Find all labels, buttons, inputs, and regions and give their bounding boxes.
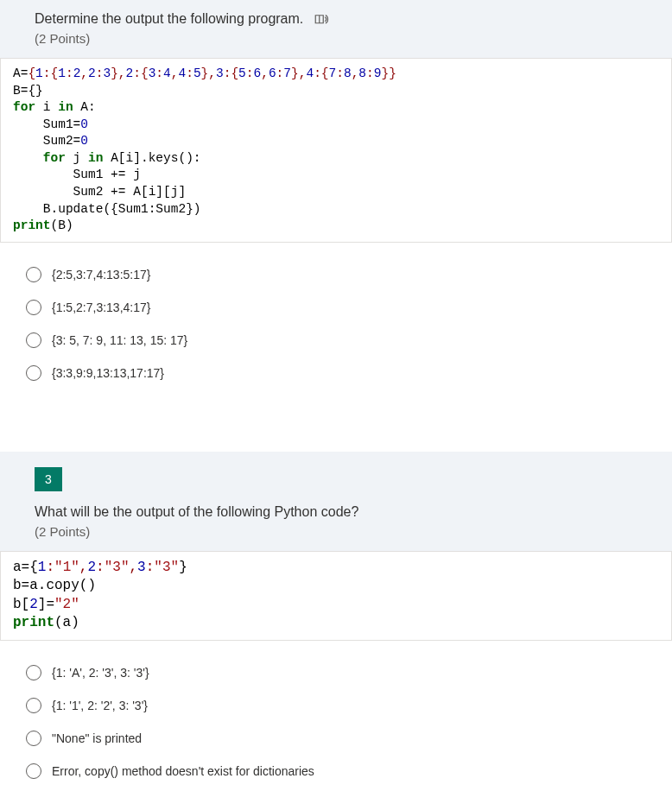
- question-2-header: Determine the output the following progr…: [0, 0, 672, 58]
- question-3-prompt: What will be the output of the following…: [35, 502, 637, 522]
- q2-option-3[interactable]: {3: 5, 7: 9, 11: 13, 15: 17}: [21, 324, 651, 357]
- option-label: {1: '1', 2: '2', 3: '3'}: [52, 699, 148, 712]
- question-3-points: (2 Points): [35, 524, 637, 539]
- radio-icon: [26, 665, 41, 680]
- q3-option-4[interactable]: Error, copy() method doesn't exist for d…: [21, 755, 651, 788]
- immersive-reader-icon[interactable]: [314, 12, 329, 28]
- question-2-code: A={1:{1:2,2:3},2:{3:4,4:5},3:{5:6,6:7},4…: [0, 58, 672, 243]
- question-3-options: {1: 'A', 2: '3', 3: '3'} {1: '1', 2: '2'…: [0, 641, 672, 791]
- question-3-header: 3 What will be the output of the followi…: [0, 452, 672, 551]
- radio-icon: [26, 300, 41, 315]
- option-label: {2:5,3:7,4:13:5:17}: [52, 268, 150, 282]
- option-label: "None" is printed: [52, 731, 142, 745]
- option-label: {3:3,9:9,13:13,17:17}: [52, 366, 164, 380]
- q2-option-1[interactable]: {2:5,3:7,4:13:5:17}: [21, 258, 651, 291]
- question-2-options: {2:5,3:7,4:13:5:17} {1:5,2:7,3:13,4:17} …: [0, 243, 672, 415]
- q2-option-2[interactable]: {1:5,2:7,3:13,4:17}: [21, 291, 651, 324]
- question-3-code: a={1:"1",2:"3",3:"3"} b=a.copy() b[2]="2…: [0, 551, 672, 641]
- q3-option-3[interactable]: "None" is printed: [21, 722, 651, 755]
- q2-option-4[interactable]: {3:3,9:9,13:13,17:17}: [21, 357, 651, 389]
- question-2-prompt: Determine the output the following progr…: [35, 11, 303, 26]
- option-label: {3: 5, 7: 9, 11: 13, 15: 17}: [52, 333, 187, 347]
- radio-icon: [26, 332, 41, 348]
- radio-icon: [26, 698, 41, 713]
- radio-icon: [26, 763, 41, 779]
- option-label: {1:5,2:7,3:13,4:17}: [52, 301, 150, 314]
- q3-option-1[interactable]: {1: 'A', 2: '3', 3: '3'}: [21, 656, 651, 689]
- q3-option-2[interactable]: {1: '1', 2: '2', 3: '3'}: [21, 689, 651, 722]
- radio-icon: [26, 731, 41, 746]
- question-3-number: 3: [35, 467, 62, 491]
- radio-icon: [26, 267, 41, 282]
- option-label: {1: 'A', 2: '3', 3: '3'}: [52, 666, 149, 680]
- question-2-points: (2 Points): [35, 31, 637, 46]
- option-label: Error, copy() method doesn't exist for d…: [52, 764, 314, 778]
- radio-icon: [26, 365, 41, 381]
